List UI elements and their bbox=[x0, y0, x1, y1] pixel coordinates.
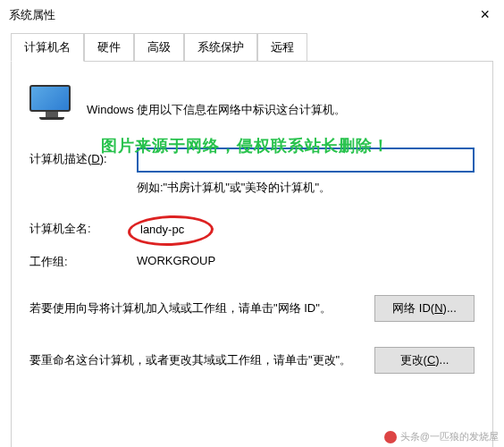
fullname-value: landy-pc bbox=[137, 221, 188, 238]
tab-system-protection[interactable]: 系统保护 bbox=[184, 33, 257, 62]
network-id-button[interactable]: 网络 ID(N)... bbox=[374, 295, 475, 322]
fullname-label: 计算机全名: bbox=[29, 221, 137, 238]
tab-remote[interactable]: 远程 bbox=[257, 33, 307, 62]
workgroup-label: 工作组: bbox=[29, 254, 137, 270]
tab-panel-computer-name: 图片来源于网络，侵权联系站长删除！ Windows 使用以下信息在网络中标识这台… bbox=[11, 61, 493, 447]
network-id-text: 若要使用向导将计算机加入域或工作组，请单击"网络 ID"。 bbox=[29, 298, 357, 318]
workgroup-value: WORKGROUP bbox=[137, 254, 215, 270]
computer-icon bbox=[29, 85, 74, 122]
window-title: 系统属性 bbox=[9, 7, 55, 23]
description-example: 例如:"书房计算机"或"美玲的计算机"。 bbox=[137, 180, 475, 196]
tab-strip: 计算机名 硬件 高级 系统保护 远程 bbox=[11, 33, 493, 62]
watermark-logo-icon bbox=[384, 431, 397, 443]
source-watermark: 头条@一匹狼的发烧屋 bbox=[384, 430, 499, 443]
close-icon[interactable]: × bbox=[475, 5, 495, 24]
change-button[interactable]: 更改(C)... bbox=[374, 347, 475, 374]
tab-advanced[interactable]: 高级 bbox=[134, 33, 184, 62]
watermark-overlay: 图片来源于网络，侵权联系站长删除！ bbox=[101, 135, 390, 156]
tab-hardware[interactable]: 硬件 bbox=[84, 33, 134, 62]
change-text: 要重命名这台计算机，或者更改其域或工作组，请单击"更改"。 bbox=[29, 350, 357, 370]
tab-computer-name[interactable]: 计算机名 bbox=[11, 33, 84, 62]
intro-text: Windows 使用以下信息在网络中标识这台计算机。 bbox=[87, 89, 346, 118]
